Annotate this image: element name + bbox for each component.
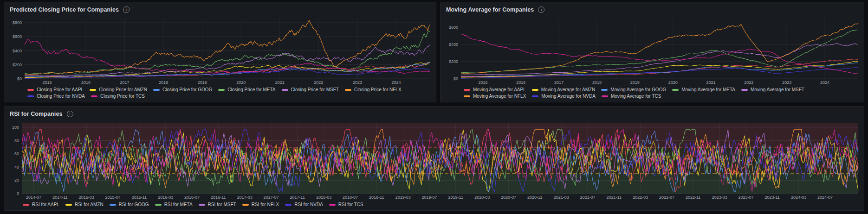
legend-swatch <box>23 204 29 206</box>
info-icon[interactable]: i <box>67 111 73 117</box>
price-svg: $0$200$400$600$8002015201620172018201920… <box>6 16 434 86</box>
x-axis-tick-label: 2016-07 <box>184 195 200 200</box>
legend-label: Moving Average for MSFT <box>751 87 804 92</box>
legend-item[interactable]: RSI for GOOG <box>110 202 149 207</box>
legend-item[interactable]: Closing Price for AMZN <box>90 87 147 92</box>
legend-label: Moving Average for GOOG <box>610 87 666 92</box>
x-axis-tick-label: 2018 <box>159 80 168 85</box>
legend-item[interactable]: RSI for MSFT <box>199 202 236 207</box>
ma-panel-header[interactable]: Moving Average for Companies i <box>440 2 864 15</box>
x-axis-tick-label: 2022-11 <box>686 195 700 200</box>
x-axis-tick-label: 2019 <box>630 80 640 85</box>
legend-item[interactable]: Moving Average for MSFT <box>741 87 804 92</box>
dashboard: Predicted Closing Price for Companies i … <box>0 0 868 214</box>
legend-swatch <box>532 89 538 91</box>
legend-item[interactable]: Closing Price for NFLX <box>345 87 402 92</box>
ma-chart-canvas[interactable]: $0$200$400$60020152016201720182019202020… <box>442 16 862 86</box>
legend-item[interactable]: Closing Price for MSFT <box>282 87 339 92</box>
legend-swatch <box>242 204 249 206</box>
legend-item[interactable]: RSI for AAPL <box>23 202 59 207</box>
series-line <box>461 23 858 74</box>
legend-item[interactable]: Moving Average for NFLX <box>464 94 526 99</box>
legend-item[interactable]: RSI for TCS <box>329 202 363 207</box>
y-axis-tick-label: 20 <box>14 178 19 183</box>
legend-swatch <box>285 204 291 206</box>
ma-chart-legend: Moving Average for AAPLMoving Average fo… <box>440 86 864 102</box>
series-line <box>25 31 430 74</box>
y-axis-tick-label: $800 <box>13 20 22 25</box>
x-axis-tick-label: 2021-11 <box>607 195 622 200</box>
y-axis-tick-label: $600 <box>449 25 458 30</box>
x-axis-tick-label: 2023-03 <box>712 195 727 200</box>
price-panel-header[interactable]: Predicted Closing Price for Companies i <box>4 2 436 15</box>
legend-swatch <box>218 89 225 91</box>
y-axis-tick-label: $0 <box>453 76 458 81</box>
legend-swatch <box>282 89 288 91</box>
legend-label: RSI for NFLX <box>252 202 279 207</box>
legend-swatch <box>602 95 608 97</box>
legend-swatch <box>91 95 97 97</box>
legend-item[interactable]: Closing Price for NVDA <box>27 94 85 99</box>
legend-swatch <box>672 89 679 91</box>
legend-item[interactable]: Closing Price for META <box>218 87 275 92</box>
legend-item[interactable]: Moving Average for TCS <box>602 94 661 99</box>
y-axis-tick-label: 60 <box>14 151 19 156</box>
x-axis-tick-label: 2022 <box>744 80 753 85</box>
rsi-chart-canvas[interactable]: 0204060801002014-072014-112015-032015-07… <box>6 120 862 201</box>
y-axis-tick-label: $600 <box>13 34 22 39</box>
legend-item[interactable]: Closing Price for AAPL <box>27 87 84 92</box>
y-axis-tick-label: 0 <box>17 191 19 196</box>
legend-swatch <box>65 204 72 206</box>
x-axis-tick-label: 2019-07 <box>421 195 437 200</box>
x-axis-tick-label: 2016 <box>81 80 91 85</box>
legend-label: Moving Average for AMZN <box>541 87 596 92</box>
legend-item[interactable]: Moving Average for NVDA <box>532 94 596 99</box>
series-line <box>461 30 858 72</box>
info-icon[interactable]: i <box>538 6 544 13</box>
legend-label: Moving Average for AAPL <box>473 87 526 92</box>
legend-item[interactable]: RSI for NVDA <box>285 202 323 207</box>
legend-item[interactable]: RSI for AMZN <box>65 202 104 207</box>
legend-label: Closing Price for MSFT <box>291 87 339 92</box>
legend-label: RSI for META <box>164 202 193 207</box>
x-axis-tick-label: 2020 <box>668 80 678 85</box>
rsi-svg: 0204060801002014-072014-112015-032015-07… <box>6 120 862 201</box>
legend-item[interactable]: RSI for META <box>155 202 193 207</box>
x-axis-tick-label: 2022-07 <box>659 195 674 200</box>
x-axis-tick-label: 2021-03 <box>554 195 569 200</box>
legend-item[interactable]: Closing Price for GOOG <box>153 87 212 92</box>
x-axis-tick-label: 2021 <box>275 80 285 85</box>
ma-svg: $0$200$400$60020152016201720182019202020… <box>442 16 862 86</box>
info-icon[interactable]: i <box>123 6 130 13</box>
rsi-panel-header[interactable]: RSI for Companies i <box>4 107 864 119</box>
legend-label: RSI for AAPL <box>32 202 59 207</box>
legend-item[interactable]: Moving Average for AMZN <box>532 87 596 92</box>
y-axis-tick-label: 100 <box>12 125 19 130</box>
legend-label: Closing Price for META <box>227 87 275 92</box>
x-axis-tick-label: 2015-11 <box>132 195 147 200</box>
x-axis-tick-label: 2019 <box>198 80 207 85</box>
x-axis-tick-label: 2020-07 <box>501 195 516 200</box>
y-axis-tick-label: $0 <box>17 76 22 81</box>
legend-item[interactable]: RSI for NFLX <box>242 202 279 207</box>
legend-swatch <box>345 89 351 91</box>
y-axis-tick-label: 40 <box>14 165 19 170</box>
legend-swatch <box>155 204 162 206</box>
legend-item[interactable]: Moving Average for GOOG <box>601 87 666 92</box>
legend-item[interactable]: Closing Price for TCS <box>91 94 145 99</box>
legend-label: RSI for GOOG <box>119 202 149 207</box>
y-axis-tick-label: $400 <box>449 42 458 47</box>
legend-item[interactable]: Moving Average for META <box>672 87 735 92</box>
legend-swatch <box>532 95 538 97</box>
legend-item[interactable]: Moving Average for AAPL <box>464 87 526 92</box>
legend-swatch <box>601 89 608 91</box>
x-axis-tick-label: 2023-11 <box>764 195 779 200</box>
legend-label: Closing Price for NVDA <box>37 94 85 99</box>
legend-label: Closing Price for TCS <box>100 94 145 99</box>
x-axis-tick-label: 2017-11 <box>290 195 305 200</box>
legend-label: Closing Price for GOOG <box>162 87 212 92</box>
x-axis-tick-label: 2024-07 <box>817 195 833 200</box>
x-axis-tick-label: 2018 <box>592 80 602 85</box>
price-chart-canvas[interactable]: $0$200$400$600$8002015201620172018201920… <box>6 16 434 86</box>
x-axis-tick-label: 2015 <box>42 80 52 85</box>
